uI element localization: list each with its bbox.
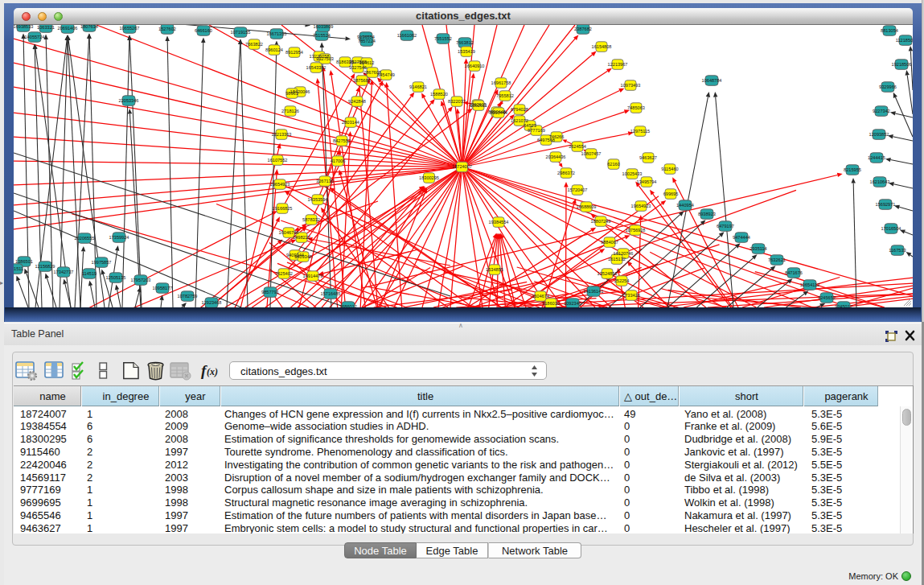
svg-text:16671355: 16671355 [267, 31, 287, 36]
svg-text:8912954: 8912954 [285, 50, 303, 55]
svg-text:98961: 98961 [285, 91, 298, 96]
svg-text:7515524: 7515524 [313, 33, 331, 38]
svg-text:7485063: 7485063 [627, 105, 645, 110]
svg-text:3624554: 3624554 [569, 144, 586, 149]
svg-text:2803144: 2803144 [342, 120, 359, 125]
svg-text:19975857: 19975857 [92, 260, 112, 265]
svg-text:8471676: 8471676 [785, 270, 803, 275]
svg-text:6466160: 6466160 [195, 28, 212, 33]
svg-text:16938533: 16938533 [14, 25, 33, 29]
svg-text:8813054: 8813054 [881, 28, 898, 33]
svg-text:19384554: 19384554 [489, 220, 509, 225]
svg-text:16961758: 16961758 [491, 80, 511, 85]
svg-text:9245012: 9245012 [835, 304, 852, 307]
svg-text:20206555: 20206555 [75, 236, 95, 241]
svg-text:3267130: 3267130 [316, 179, 334, 183]
svg-text:11218506: 11218506 [896, 38, 913, 43]
svg-text:(x): (x) [207, 366, 218, 377]
svg-text:1534855: 1534855 [486, 267, 503, 272]
svg-text:18300295: 18300295 [419, 175, 439, 180]
svg-text:19654923: 19654923 [631, 204, 651, 208]
svg-text:10719155: 10719155 [231, 30, 251, 35]
svg-text:8990444: 8990444 [490, 110, 507, 115]
svg-text:1063321: 1063321 [37, 25, 55, 30]
svg-text:8960124: 8960124 [265, 47, 283, 52]
svg-text:14055724: 14055724 [25, 35, 45, 39]
svg-text:5878332: 5878332 [302, 217, 320, 222]
svg-text:10025433: 10025433 [622, 171, 643, 176]
svg-text:22053346: 22053346 [119, 98, 139, 103]
svg-text:15716485: 15716485 [321, 291, 341, 296]
svg-text:17016504: 17016504 [881, 226, 901, 231]
svg-text:8427552: 8427552 [333, 138, 351, 143]
svg-text:14914479: 14914479 [303, 274, 323, 278]
svg-text:18724007: 18724007 [452, 164, 472, 169]
svg-text:8938923: 8938923 [698, 212, 716, 216]
svg-text:10688609: 10688609 [577, 204, 597, 209]
svg-text:6794028: 6794028 [511, 107, 528, 112]
svg-text:2986372: 2986372 [557, 171, 575, 175]
svg-text:1807634: 1807634 [80, 25, 98, 29]
svg-text:16033809: 16033809 [314, 25, 334, 29]
svg-text:7663812: 7663812 [456, 40, 474, 45]
svg-text:391511: 391511 [14, 266, 23, 271]
svg-text:12156829: 12156829 [35, 264, 55, 269]
svg-text:9115460: 9115460 [661, 167, 678, 171]
svg-text:17359924: 17359924 [109, 235, 129, 240]
svg-text:16210643: 16210643 [870, 179, 890, 184]
svg-text:9777169: 9777169 [528, 128, 545, 133]
svg-text:12923468: 12923468 [202, 300, 222, 305]
svg-text:1535419: 1535419 [458, 49, 475, 54]
svg-text:114519: 114519 [82, 271, 97, 276]
svg-text:17342737: 17342737 [54, 270, 74, 274]
svg-text:19166825: 19166825 [273, 206, 293, 211]
svg-text:14353594: 14353594 [308, 197, 328, 202]
svg-text:9242848: 9242848 [348, 99, 366, 104]
svg-text:10648784: 10648784 [702, 78, 722, 83]
svg-text:13524851: 13524851 [598, 271, 618, 276]
svg-text:9857791: 9857791 [261, 290, 279, 295]
svg-text:19218506: 19218506 [892, 62, 912, 67]
svg-text:12505135: 12505135 [106, 275, 126, 280]
svg-text:19654923: 19654923 [270, 182, 290, 187]
svg-text:16107552: 16107552 [268, 158, 288, 163]
svg-text:699695: 699695 [663, 192, 679, 196]
svg-text:16154808: 16154808 [592, 44, 612, 49]
svg-text:417006: 417006 [331, 159, 346, 163]
svg-text:3875685: 3875685 [353, 78, 371, 83]
svg-text:252254: 252254 [614, 278, 630, 283]
svg-text:10655267: 10655267 [120, 26, 140, 31]
svg-text:13495794: 13495794 [637, 179, 657, 184]
svg-text:12213363: 12213363 [272, 132, 292, 137]
svg-text:16640910: 16640910 [465, 64, 485, 68]
svg-text:1527602: 1527602 [158, 27, 176, 31]
svg-text:16120746: 16120746 [614, 251, 634, 256]
svg-text:746266: 746266 [549, 134, 565, 139]
svg-text:1092346: 1092346 [564, 301, 581, 306]
svg-text:9327503: 9327503 [316, 56, 334, 61]
svg-text:17957203: 17957203 [131, 278, 151, 282]
svg-text:7551552: 7551552 [434, 36, 452, 41]
svg-text:2718126: 2718126 [281, 109, 299, 113]
svg-text:7625402: 7625402 [275, 271, 293, 276]
svg-text:10807457: 10807457 [581, 151, 602, 156]
svg-text:9186016: 9186016 [542, 301, 560, 306]
svg-text:2935114: 2935114 [749, 246, 766, 251]
svg-text:9146821: 9146821 [409, 84, 427, 89]
svg-text:7955812: 7955812 [496, 93, 514, 98]
svg-text:10782759: 10782759 [178, 294, 198, 299]
svg-text:9463627: 9463627 [639, 155, 657, 160]
svg-text:10973493: 10973493 [621, 83, 641, 88]
svg-text:6479197: 6479197 [717, 224, 734, 229]
svg-text:1244415: 1244415 [868, 155, 885, 160]
svg-text:10958177: 10958177 [153, 286, 173, 290]
svg-text:9474444: 9474444 [733, 235, 750, 240]
svg-text:9227342: 9227342 [873, 109, 890, 113]
svg-text:8322037: 8322037 [448, 99, 466, 104]
svg-text:8454749: 8454749 [377, 72, 395, 77]
svg-text:14136141: 14136141 [584, 289, 604, 294]
svg-text:1686012: 1686012 [339, 304, 357, 307]
svg-text:16543382: 16543382 [306, 65, 326, 70]
svg-text:7857224: 7857224 [358, 39, 376, 43]
svg-text:9329966: 9329966 [879, 84, 897, 89]
